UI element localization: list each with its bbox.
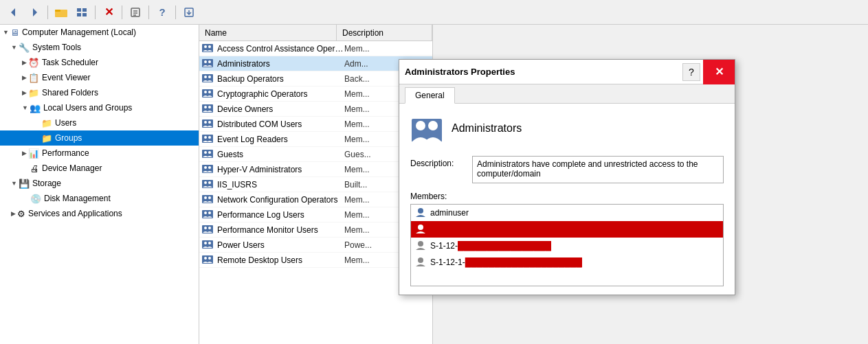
row-name-power-users: Power Users <box>217 240 344 250</box>
svg-point-51 <box>204 227 207 229</box>
chevron-icon: ▶ <box>22 89 27 96</box>
dialog-help-button[interactable]: ? <box>682 63 700 81</box>
list-row-administrators[interactable]: Administrators Adm... <box>199 56 432 71</box>
col-desc-header[interactable]: Description <box>337 25 432 41</box>
list-row-guests[interactable]: Guests Gues... <box>199 147 432 162</box>
description-value[interactable]: Administrators have complete and unrestr… <box>472 156 724 183</box>
row-name-administrators: Administrators <box>217 59 344 69</box>
properties-button[interactable] <box>126 3 145 21</box>
tree-label-computer-mgmt: Computer Management (Local) <box>22 27 136 37</box>
dialog-close-button[interactable]: ✕ <box>703 60 735 84</box>
groups-folder-icon: 📁 <box>41 133 52 144</box>
svg-point-27 <box>204 106 207 108</box>
view-button[interactable] <box>72 3 91 21</box>
chevron-icon: ▶ <box>22 74 27 81</box>
tab-general[interactable]: General <box>405 87 455 104</box>
users-folder-icon: 📁 <box>41 118 52 128</box>
tree-item-computer-mgmt[interactable]: ▼ 🖥 Computer Management (Local) <box>0 25 199 40</box>
member-corporate[interactable]: CORPORATE\█████████████████ <box>411 221 723 238</box>
svg-point-45 <box>204 196 207 199</box>
group-avatar-icon <box>410 112 443 145</box>
svg-rect-6 <box>77 13 81 16</box>
tree-item-groups[interactable]: 📁 Groups <box>0 130 199 146</box>
svg-point-24 <box>204 91 207 93</box>
back-button[interactable] <box>4 3 23 21</box>
tree-item-device-manager[interactable]: 🖨 Device Manager <box>0 161 199 176</box>
svg-point-34 <box>208 136 211 139</box>
tree-panel: ▼ 🖥 Computer Management (Local) ▼ 🔧 Syst… <box>0 25 199 344</box>
member-name-corporate: CORPORATE\█████████████████ <box>430 225 583 234</box>
tree-item-task-scheduler[interactable]: ▶ ⏰ Task Scheduler <box>0 55 199 70</box>
list-row-iis[interactable]: IIS_IUSRS Built... <box>199 177 432 192</box>
sid-icon <box>415 240 426 252</box>
list-row-event-log[interactable]: Event Log Readers Mem... <box>199 132 432 147</box>
member-s1-12a[interactable]: S-1-12-████████████████ <box>411 238 723 254</box>
delete-button[interactable]: ✕ <box>99 3 118 21</box>
tree-item-disk-mgmt[interactable]: 💿 Disk Management <box>0 191 199 206</box>
forward-button[interactable] <box>25 3 44 21</box>
svg-point-43 <box>208 181 211 184</box>
row-name-backup-operators: Backup Operators <box>217 74 344 84</box>
group-icon <box>202 224 213 236</box>
tree-label-shared-folders: Shared Folders <box>42 88 98 98</box>
group-icon <box>202 148 213 160</box>
tree-item-event-viewer[interactable]: ▶ 📋 Event Viewer <box>0 70 199 85</box>
group-icon <box>202 239 213 251</box>
list-row-network-config[interactable]: Network Configuration Operators Mem... <box>199 192 432 207</box>
folder-button[interactable] <box>52 3 71 21</box>
row-name-perf-log: Performance Log Users <box>217 210 344 220</box>
row-name-device-owners: Device Owners <box>217 104 344 114</box>
chevron-icon: ▶ <box>11 210 16 217</box>
row-name-access-control: Access Control Assistance Operators <box>217 44 344 54</box>
separator-3 <box>122 5 122 19</box>
list-row-hyper-v[interactable]: Hyper-V Administrators Mem... <box>199 162 432 177</box>
tree-item-system-tools[interactable]: ▼ 🔧 System Tools <box>0 40 199 55</box>
group-icon <box>202 209 213 220</box>
group-icon <box>202 133 213 145</box>
export-button[interactable] <box>179 3 199 21</box>
tree-item-storage[interactable]: ▼ 💾 Storage <box>0 176 199 191</box>
list-row-access-control[interactable]: Access Control Assistance Operators Mem.… <box>199 41 432 56</box>
col-name-header[interactable]: Name <box>199 25 337 41</box>
svg-point-64 <box>418 241 423 246</box>
list-row-backup-operators[interactable]: Backup Operators Back... <box>199 71 432 87</box>
list-row-distributed-com[interactable]: Distributed COM Users Mem... <box>199 117 432 132</box>
svg-marker-0 <box>11 8 15 16</box>
toolbar: ✕ ? <box>0 0 868 25</box>
tree-item-shared-folders[interactable]: ▶ 📁 Shared Folders <box>0 85 199 100</box>
list-row-perf-monitor[interactable]: Performance Monitor Users Mem... <box>199 222 432 238</box>
list-row-perf-log[interactable]: Performance Log Users Mem... <box>199 207 432 222</box>
tree-label-local-users: Local Users and Groups <box>43 103 132 113</box>
row-desc-access-control: Mem... <box>344 44 430 54</box>
list-panel: Name Description Access Control Assistan… <box>199 25 433 344</box>
separator-2 <box>95 5 96 19</box>
svg-point-65 <box>418 257 423 263</box>
log-icon: 📋 <box>28 73 39 83</box>
member-s1-12b[interactable]: S-1-12-1-████████████████████ <box>411 254 723 271</box>
dialog-description-field: Description: Administrators have complet… <box>410 156 724 183</box>
tree-item-services-apps[interactable]: ▶ ⚙ Services and Applications <box>0 206 199 221</box>
tree-item-performance[interactable]: ▶ 📊 Performance <box>0 146 199 161</box>
row-name-network-config: Network Configuration Operators <box>217 195 344 205</box>
svg-point-52 <box>208 227 211 229</box>
svg-point-15 <box>204 45 207 48</box>
list-row-remote-desktop[interactable]: Remote Desktop Users Mem... <box>199 253 432 268</box>
dialog-tabs: General <box>399 84 735 104</box>
member-adminuser[interactable]: adminuser <box>411 205 723 221</box>
list-row-device-owners[interactable]: Device Owners Mem... <box>199 102 432 117</box>
tree-label-device-manager: Device Manager <box>42 163 102 173</box>
svg-point-46 <box>208 196 211 199</box>
list-row-cryptographic[interactable]: Cryptographic Operators Mem... <box>199 87 432 102</box>
row-name-remote-desktop: Remote Desktop Users <box>217 255 344 265</box>
tree-item-users[interactable]: 📁 Users <box>0 115 199 130</box>
list-row-power-users[interactable]: Power Users Powe... <box>199 238 432 253</box>
help-button[interactable]: ? <box>153 3 172 21</box>
svg-point-36 <box>204 151 207 154</box>
storage-icon: 💾 <box>19 179 30 189</box>
members-list: adminuser CORPORATE\█████████████████ <box>410 204 724 286</box>
svg-point-63 <box>418 225 423 230</box>
sid-icon <box>415 257 426 268</box>
chevron-icon: ▶ <box>22 59 27 66</box>
domain-user-icon <box>415 224 426 236</box>
tree-item-local-users[interactable]: ▼ 👥 Local Users and Groups <box>0 100 199 115</box>
